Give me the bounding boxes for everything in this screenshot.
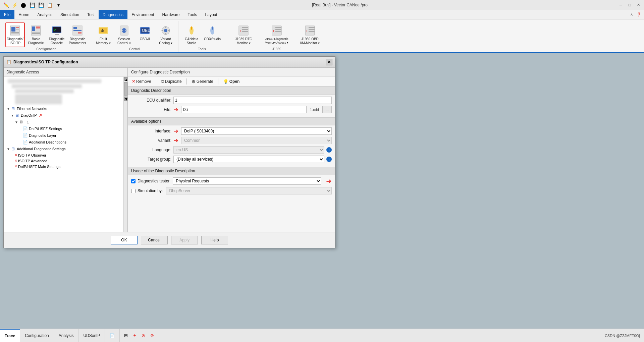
scroll-up-btn[interactable]: ▲ (124, 77, 127, 81)
form-usage: Diagnostics tester Physical Requests ➜ S… (128, 175, 335, 198)
menu-item-environment[interactable]: Environment (127, 10, 158, 19)
clipboard-icon[interactable]: 📋 (46, 2, 53, 8)
ribbon-btn-session-control[interactable]: SessionControl ▾ (114, 22, 134, 47)
diagnostics-tester-arrow-annotation: ➜ (326, 177, 332, 185)
tree-item-node1[interactable]: ▼ 🖥 _1 (5, 119, 122, 125)
tree-item-ethernet-networks[interactable]: ▼ ⊞ Ethernet Networks (5, 105, 122, 112)
help-button[interactable]: Help (201, 236, 228, 244)
ok-button[interactable]: OK (111, 236, 138, 244)
ribbon-btn-obd-ii[interactable]: OBD OBD-II (135, 22, 155, 46)
tree-item-additional-descriptions[interactable]: 📄 Additional Descriptions (5, 139, 122, 146)
scroll-thumb[interactable] (124, 82, 127, 96)
tree-item-additional-diagnostic-settings[interactable]: ▼ ⊞ Additional Diagnostic Settings (5, 146, 122, 152)
scroll-down-btn[interactable]: ▼ (124, 97, 127, 101)
diagnostic-parameters-label: DiagnosticParameters (69, 37, 86, 45)
ribbon-btn-candela-studio[interactable]: CANdelaStudio (182, 22, 201, 47)
ribbon-btn-j1939-dtc-monitor[interactable]: + J1939 DTCMonitor ▾ (228, 22, 259, 47)
status-stop-icon-1[interactable]: ⊗ (140, 332, 147, 339)
ribbon-btn-basic-diagnostic[interactable]: BasicDiagnostic (26, 22, 46, 47)
record-icon[interactable]: ⬤ (20, 2, 27, 8)
save-icon[interactable]: 💾 (29, 2, 36, 8)
ribbon-btn-j1939-diag-memory[interactable]: + J1939 DiagnosticMemory Access ▾ (260, 22, 293, 47)
file-arrow-annotation: ➜ (173, 106, 178, 113)
form-file-row: 1.cdd ... (181, 106, 332, 113)
left-panel-header: Diagnostic Access (4, 68, 127, 77)
tree-item-diagonip[interactable]: ▼ ⊞ DiagOnIP ↗ (5, 112, 122, 119)
tree-item-doip-hsfz-main[interactable]: ✕ DoIP/HSFZ Main Settings (5, 164, 122, 169)
status-tab-trace[interactable]: Trace (0, 329, 20, 342)
form-diagnostic-description: ECU qualifier: File: ➜ 1.cdd ... (128, 95, 335, 117)
simulation-select[interactable]: DhcpServer (166, 187, 332, 194)
status-tab-new-icon[interactable]: 📄 (105, 329, 120, 342)
edit-icon[interactable]: ✏️ (3, 2, 9, 8)
close-button[interactable]: ✕ (635, 2, 641, 8)
minimize-button[interactable]: ─ (618, 2, 624, 8)
status-tab-configuration[interactable]: Configuration (20, 329, 54, 342)
ribbon: Diagnostic/ISO TP BasicDiagnostic (0, 19, 644, 53)
left-panel-scrollbar[interactable]: ▲ ▼ (123, 77, 127, 232)
target-group-info-icon[interactable]: i (326, 157, 332, 162)
help-btn[interactable]: ❓ (636, 12, 642, 18)
file-input[interactable] (181, 106, 307, 113)
save-as-icon[interactable]: 💾 (38, 2, 44, 8)
variant-select[interactable]: Common (181, 137, 332, 144)
ribbon-btn-odx-studio[interactable]: ODXStudio (203, 22, 222, 46)
menu-item-analysis[interactable]: Analysis (33, 10, 56, 19)
interface-label: Interface: (131, 129, 171, 133)
ribbon-collapse-btn[interactable]: ∧ (629, 12, 635, 18)
tree-item-doip-hsfz[interactable]: 📄 DoIP/HSFZ Settings (5, 125, 122, 132)
file-browse-button[interactable]: ... (322, 106, 332, 113)
cancel-button[interactable]: Cancel (141, 236, 168, 244)
menu-item-hardware[interactable]: Hardware (158, 10, 184, 19)
interface-select[interactable]: DoIP (IS013400) (181, 127, 332, 135)
dropdown-arrow-icon[interactable]: ▾ (55, 2, 62, 8)
status-grid-icon[interactable]: ⊞ (122, 332, 129, 339)
variant-coding-label: VariantCoding ▾ (159, 37, 172, 45)
language-info-icon[interactable]: i (326, 147, 332, 153)
menu-item-test[interactable]: Test (83, 10, 99, 19)
svg-rect-1 (11, 27, 15, 32)
menu-item-tools[interactable]: Tools (184, 10, 201, 19)
ribbon-btn-diagnostic-parameters[interactable]: DiagnosticParameters (68, 22, 87, 47)
language-select[interactable]: en-US (173, 146, 324, 154)
menu-item-layout[interactable]: Layout (201, 10, 221, 19)
tree-item-diagnostic-layer[interactable]: 📄 Diagnostic Layer (5, 132, 122, 139)
svg-rect-2 (16, 27, 19, 28)
svg-text:+: + (272, 29, 275, 34)
ribbon-btn-diagnostic-console[interactable]: >_ DiagnosticConsole (47, 22, 66, 47)
ecu-qualifier-input[interactable] (173, 97, 332, 104)
generate-button[interactable]: ⚙ Generate (190, 78, 215, 85)
menu-item-simulation[interactable]: Simulation (56, 10, 83, 19)
lightning-icon[interactable]: ⚡ (11, 2, 18, 8)
status-tab-analysis[interactable]: Analysis (54, 329, 79, 342)
ribbon-btn-j1939-obd-im[interactable]: + J1939 OBDI/M-Monitor ▾ (295, 22, 325, 47)
maximize-button[interactable]: □ (627, 2, 633, 8)
tree-item-iso-tp-advanced[interactable]: ✕ ISO TP Advanced (5, 158, 122, 164)
tree-item-iso-tp-observer[interactable]: ✕ ISO TP Observer (5, 152, 122, 158)
add-desc-label: Additional Descriptions (29, 140, 66, 144)
ribbon-config-buttons: Diagnostic/ISO TP BasicDiagnostic (5, 21, 87, 47)
ribbon-btn-variant-coding[interactable]: VariantCoding ▾ (156, 22, 175, 47)
diagnostics-tester-checkbox[interactable] (131, 179, 136, 183)
diagnostic-iso-tp-icon (9, 24, 21, 37)
status-tab-udsonip[interactable]: UDSonIP (78, 329, 105, 342)
simulation-checkbox[interactable] (131, 189, 136, 193)
dialog-close-button[interactable]: ✕ (326, 59, 332, 65)
ribbon-btn-diagnostic-iso-tp[interactable]: Diagnostic/ISO TP (5, 22, 25, 47)
diagnostics-tester-select[interactable]: Physical Requests (173, 177, 321, 185)
svg-rect-5 (11, 34, 19, 34)
ribbon-btn-fault-memory[interactable]: ⚠ FaultMemory ▾ (94, 22, 113, 47)
diagnostics-tester-label: Diagnostics tester (138, 179, 169, 183)
status-warning-icon[interactable]: ✦ (131, 332, 138, 339)
menu-item-file[interactable]: File (0, 10, 14, 19)
target-group-select[interactable]: (Display all services) (173, 156, 324, 163)
menu-item-home[interactable]: Home (14, 10, 33, 19)
duplicate-button[interactable]: ⧉ Duplicate (160, 78, 183, 85)
status-stop-icon-2[interactable]: ⊗ (149, 332, 155, 339)
candela-studio-label: CANdelaStudio (185, 37, 198, 45)
remove-button[interactable]: ✕ Remove (130, 78, 153, 84)
open-button[interactable]: 💡 Open (222, 78, 241, 85)
apply-button[interactable]: Apply (171, 236, 198, 244)
menu-item-diagnostics[interactable]: Diagnostics (99, 10, 127, 19)
target-group-label: Target group: (131, 157, 171, 162)
